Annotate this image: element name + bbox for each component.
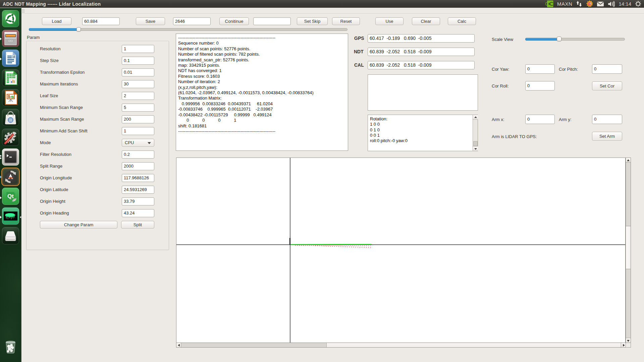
svg-text:Qt: Qt [7, 193, 14, 199]
